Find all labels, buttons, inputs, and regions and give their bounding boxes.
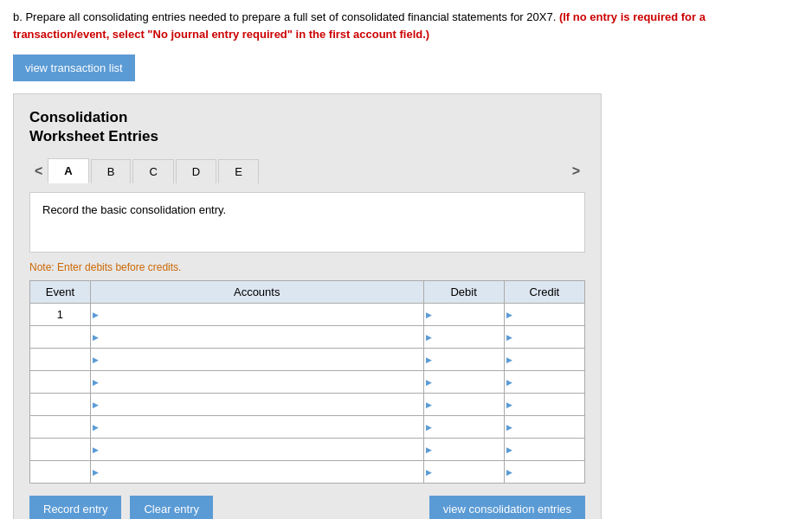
debit-cell: [423, 371, 504, 394]
account-cell: [90, 349, 423, 371]
debit-cell: [423, 349, 504, 371]
event-cell: 1: [30, 304, 91, 326]
credit-cell: [504, 349, 584, 371]
tab-a[interactable]: A: [48, 158, 88, 183]
debit-cell: [423, 439, 504, 461]
buttons-row: Record entry Clear entry view consolidat…: [29, 496, 585, 519]
account-cell: [90, 326, 423, 349]
tabs-row: < A B C D E >: [29, 158, 585, 183]
account-cell: [90, 416, 423, 439]
instructions-text: b. Prepare all consolidating entries nee…: [13, 9, 799, 42]
account-input[interactable]: [91, 326, 423, 348]
event-cell: [30, 349, 91, 371]
view-consolidation-entries-button[interactable]: view consolidation entries: [429, 496, 585, 519]
table-row: [30, 416, 585, 439]
table-row: [30, 439, 585, 461]
debit-cell: [423, 416, 504, 439]
account-input[interactable]: [91, 461, 423, 483]
entry-table: Event Accounts Debit Credit 1: [29, 280, 585, 484]
credit-input[interactable]: [505, 326, 584, 348]
worksheet-container: Consolidation Worksheet Entries < A B C …: [13, 93, 602, 519]
table-row: [30, 461, 585, 484]
account-input[interactable]: [91, 416, 423, 438]
tab-c[interactable]: C: [132, 159, 173, 183]
debit-input[interactable]: [424, 461, 504, 483]
event-cell: [30, 439, 91, 461]
col-header-event: Event: [30, 281, 91, 304]
table-row: 1: [30, 304, 585, 326]
credit-cell: [504, 371, 584, 394]
debit-cell: [423, 326, 504, 349]
credit-input[interactable]: [505, 439, 584, 460]
view-transaction-list-button[interactable]: view transaction list: [13, 54, 135, 81]
credit-input[interactable]: [505, 349, 584, 370]
debit-input[interactable]: [424, 349, 504, 370]
debit-input[interactable]: [424, 326, 504, 348]
account-input[interactable]: [91, 394, 423, 415]
event-cell: [30, 461, 91, 484]
credit-input[interactable]: [505, 371, 584, 393]
instructions-normal: b. Prepare all consolidating entries nee…: [13, 10, 556, 23]
account-cell: [90, 439, 423, 461]
debit-input[interactable]: [424, 416, 504, 438]
credit-cell: [504, 416, 584, 439]
account-cell: [90, 394, 423, 416]
tab-b[interactable]: B: [91, 159, 132, 183]
entry-description-box: Record the basic consolidation entry.: [29, 192, 585, 253]
credit-input[interactable]: [505, 461, 584, 483]
debit-input[interactable]: [424, 371, 504, 393]
credit-input[interactable]: [505, 304, 584, 325]
tab-next-button[interactable]: >: [567, 160, 585, 183]
account-cell: [90, 461, 423, 484]
note-text: Note: Enter debits before credits.: [29, 261, 585, 273]
account-input[interactable]: [91, 349, 423, 370]
event-cell: [30, 371, 91, 394]
tab-d[interactable]: D: [176, 159, 216, 183]
debit-cell: [423, 461, 504, 484]
table-row: [30, 326, 585, 349]
event-cell: [30, 394, 91, 416]
col-header-debit: Debit: [423, 281, 504, 304]
worksheet-title: Consolidation Worksheet Entries: [29, 108, 585, 146]
table-row: [30, 371, 585, 394]
debit-cell: [423, 394, 504, 416]
credit-cell: [504, 326, 584, 349]
debit-input[interactable]: [424, 439, 504, 460]
clear-entry-button[interactable]: Clear entry: [130, 496, 213, 519]
account-input[interactable]: [91, 304, 423, 325]
credit-cell: [504, 394, 584, 416]
debit-input[interactable]: [424, 304, 504, 325]
account-input[interactable]: [91, 371, 423, 393]
tab-prev-button[interactable]: <: [29, 160, 48, 183]
credit-cell: [504, 461, 584, 484]
debit-input[interactable]: [424, 394, 504, 415]
col-header-credit: Credit: [504, 281, 584, 304]
tab-e[interactable]: E: [218, 159, 259, 183]
table-row: [30, 394, 585, 416]
credit-cell: [504, 439, 584, 461]
col-header-accounts: Accounts: [90, 281, 423, 304]
table-row: [30, 349, 585, 371]
account-input[interactable]: [91, 439, 423, 460]
account-cell: [90, 304, 423, 326]
event-cell: [30, 326, 91, 349]
credit-input[interactable]: [505, 394, 584, 415]
credit-cell: [504, 304, 584, 326]
credit-input[interactable]: [505, 416, 584, 438]
record-entry-button[interactable]: Record entry: [29, 496, 121, 519]
entry-description-text: Record the basic consolidation entry.: [42, 203, 226, 216]
event-cell: [30, 416, 91, 439]
debit-cell: [423, 304, 504, 326]
account-cell: [90, 371, 423, 394]
